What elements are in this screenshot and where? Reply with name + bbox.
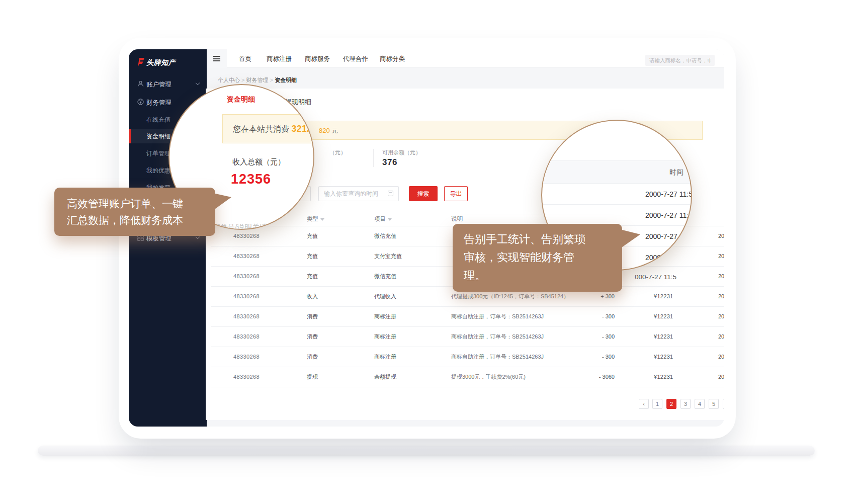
page: 头牌知产 ····· 账户管理 财务管理	[0, 0, 853, 504]
cell-balance: ¥12231	[654, 367, 673, 387]
chevron-down-icon	[196, 81, 200, 85]
time-value: 2000-7-27 11:58:03	[645, 205, 692, 226]
page-5-button[interactable]: 5	[709, 399, 719, 409]
page-prev-button[interactable]: ‹	[639, 399, 649, 409]
callout-left-arrow	[213, 193, 231, 210]
col-type[interactable]: 类型	[307, 215, 324, 223]
cell-desc: 提现3000元，手续费2%(60元)	[451, 367, 526, 387]
cell-amount: - 300	[558, 307, 615, 326]
cell-desc: 商标自助注册，订单号：SB2514263J	[451, 327, 544, 347]
callout-right-line2: 审核，实现智能财务管	[464, 248, 622, 267]
balance-label: 可用余额（元）	[382, 149, 421, 156]
cell-type: 充值	[307, 246, 318, 266]
page-1-button[interactable]: 1	[652, 399, 662, 409]
cell-time: 2000-7-27 11:58:03	[718, 327, 724, 347]
table-row: 48330268 消费 商标注册 商标自助注册，订单号：SB2514263J -…	[211, 327, 724, 347]
cell-project: 微信充值	[374, 226, 396, 246]
banner-unit: 元	[331, 127, 338, 134]
breadcrumb: 个人中心 > 财务管理 > 资金明细	[218, 76, 297, 84]
page-next-partial[interactable]	[723, 399, 724, 409]
sidebar-active-bar	[129, 129, 131, 143]
cell-type: 提现	[307, 367, 318, 387]
cell-project: 商标注册	[374, 347, 396, 367]
cell-balance: ¥12231	[654, 327, 673, 347]
nav-trademark-register[interactable]: 商标注册	[267, 55, 292, 63]
cell-project: 余额提现	[374, 367, 396, 387]
page-2-button-active[interactable]: 2	[666, 399, 676, 409]
nav-home[interactable]: 首页	[239, 55, 251, 63]
col-type-label: 类型	[307, 216, 318, 222]
nav-agent-coop[interactable]: 代理合作	[343, 55, 368, 63]
cell-type: 消费	[307, 327, 318, 347]
cell-desc: 商标自助注册，订单号：SB2514263J	[451, 307, 544, 326]
col-project[interactable]: 项目	[374, 215, 392, 223]
callout-left-line2: 汇总数据，降低财务成本	[67, 212, 215, 228]
magnified-time-row: 2000-7-27 11:58:03	[542, 184, 692, 205]
sidebar-item-fund-detail[interactable]: 资金明细	[146, 132, 170, 141]
banner-amount: 820 元	[319, 127, 338, 135]
callout-right-line1: 告别手工统计、告别繁琐	[464, 230, 622, 248]
cell-order: 48330268	[233, 307, 260, 326]
cell-balance: ¥12231	[654, 287, 673, 306]
sidebar-item-orders[interactable]: 订单管理	[146, 149, 170, 158]
logo-flag-icon	[136, 57, 145, 67]
laptop-base	[38, 446, 815, 456]
banner-amount-number: 820	[319, 127, 330, 134]
search-button[interactable]: 搜索	[409, 186, 438, 201]
time-fragment-text: 000-7-27 11:5	[635, 275, 691, 281]
cell-time: 2000-7-27 11:58:03	[718, 267, 724, 286]
cell-amount: - 300	[558, 327, 615, 347]
sidebar-item-recharge[interactable]: 在线充值	[146, 116, 170, 124]
sidebar-item-label: 财务管理	[146, 99, 172, 107]
magnified-time-fragment: 000-7-27 11:5	[635, 275, 691, 283]
nav-trademark-service[interactable]: 商标服务	[305, 55, 330, 63]
cell-time: 2000-7-27 11:58:03	[718, 347, 724, 367]
export-button[interactable]: 导出	[444, 186, 468, 201]
cell-order: 48330268	[233, 347, 260, 367]
date-input[interactable]	[318, 186, 399, 201]
table-row: 48330268 消费 商标注册 商标自助注册，订单号：SB2514263J -…	[211, 307, 724, 327]
cell-order: 48330268	[233, 327, 260, 347]
sort-caret-icon	[388, 218, 392, 221]
stat-divider	[373, 149, 374, 167]
cell-amount: - 3060	[558, 367, 615, 387]
cell-time: 2000-7-27 11:58:03	[718, 307, 724, 326]
cell-type: 充值	[307, 267, 318, 286]
user-icon	[137, 80, 144, 87]
time-value: 2000-7-27 11:58:03	[645, 184, 692, 205]
middle-stat-label-fragment: （元）	[329, 149, 346, 156]
nav-trademark-category[interactable]: 商标分类	[380, 55, 405, 63]
magnified-banner-prefix: 您在本站共消费	[233, 125, 291, 133]
callout-left: 高效管理账户订单、一键 汇总数据，降低财务成本	[54, 188, 215, 236]
cell-project: 微信充值	[374, 267, 396, 286]
cell-time: 2000-7-27 11:58:03	[718, 287, 724, 306]
breadcrumb-level1[interactable]: 个人中心	[218, 77, 240, 83]
breadcrumb-separator: >	[241, 77, 244, 83]
sort-caret-icon	[320, 218, 324, 221]
cell-type: 消费	[307, 307, 318, 326]
calendar-icon[interactable]	[388, 191, 393, 196]
cell-project: 代理收入	[374, 287, 396, 306]
callout-left-line1: 高效管理账户订单、一键	[67, 195, 215, 212]
magnified-time-header: 时间	[542, 160, 692, 184]
sidebar-item-account[interactable]: 账户管理	[129, 77, 207, 91]
cell-order: 48330268	[233, 367, 260, 387]
search-input[interactable]	[645, 55, 715, 66]
cell-desc: 商标自助注册，订单号：SB2514263J	[451, 347, 544, 367]
breadcrumb-level2[interactable]: 财务管理	[246, 77, 269, 83]
hamburger-icon	[213, 56, 220, 61]
col-project-label: 项目	[374, 216, 386, 222]
page-3-button[interactable]: 3	[680, 399, 691, 409]
cell-project: 支付宝充值	[374, 246, 402, 266]
callout-right-arrow	[620, 229, 640, 248]
cell-project: 商标注册	[374, 327, 396, 347]
cell-time: 2000-7-27 11:58:03	[718, 226, 724, 246]
yen-circle-icon	[137, 99, 144, 105]
cell-type: 收入	[307, 287, 318, 306]
cell-amount: - 300	[558, 347, 615, 367]
callout-right: 告别手工统计、告别繁琐 审核，实现智能财务管 理。	[453, 224, 622, 292]
page-4-button[interactable]: 4	[695, 399, 705, 409]
balance-value: 376	[382, 157, 397, 167]
cell-order: 48330268	[233, 246, 260, 266]
magnified-banner: 您在本站共消费 32124	[222, 114, 314, 143]
